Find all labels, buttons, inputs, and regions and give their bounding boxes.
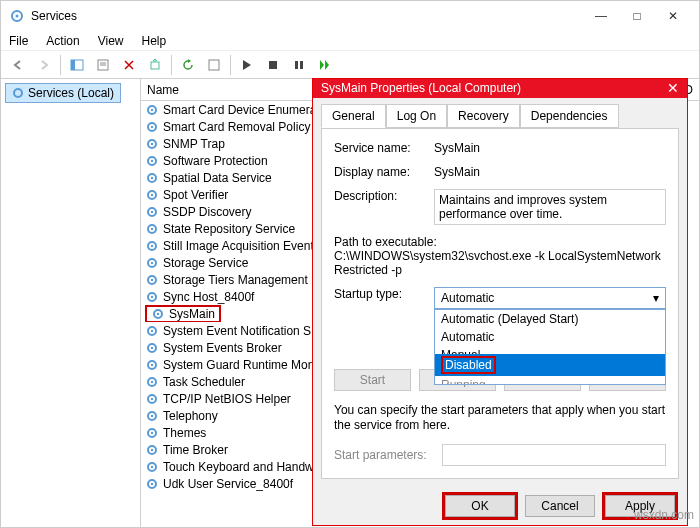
properties-dialog: SysMain Properties (Local Computer) ✕ Ge… [312, 78, 688, 526]
ok-button[interactable]: OK [445, 495, 515, 517]
tree-node-label: Services (Local) [28, 86, 114, 100]
list-item-label: Themes [163, 426, 206, 440]
tree-node-services-local[interactable]: Services (Local) [5, 83, 121, 103]
titlebar[interactable]: Services — □ ✕ [1, 1, 699, 31]
list-item-label: Software Protection [163, 154, 268, 168]
service-stop-button[interactable] [261, 54, 285, 76]
option-auto-delayed[interactable]: Automatic (Delayed Start) [435, 310, 665, 328]
list-item-label: System Event Notification S... [163, 324, 321, 338]
toolbar-properties-button[interactable] [91, 54, 115, 76]
list-item-label: State Repository Service [163, 222, 295, 236]
service-pause-button[interactable] [287, 54, 311, 76]
gear-icon [145, 358, 159, 372]
svg-point-32 [151, 261, 153, 263]
column-name[interactable]: Name [147, 83, 179, 97]
svg-point-18 [151, 142, 153, 144]
svg-rect-9 [269, 61, 277, 69]
svg-point-44 [151, 363, 153, 365]
svg-point-42 [151, 346, 153, 348]
svg-point-48 [151, 397, 153, 399]
minimize-button[interactable]: — [583, 3, 619, 29]
option-disabled[interactable]: Disabled [435, 354, 665, 376]
note-text: You can specify the start parameters tha… [334, 403, 666, 434]
nav-back-button[interactable] [6, 54, 30, 76]
svg-point-34 [151, 278, 153, 280]
list-item-label: Udk User Service_8400f [163, 477, 293, 491]
gear-icon [145, 205, 159, 219]
gear-icon [145, 273, 159, 287]
gear-icon [145, 477, 159, 491]
gear-icon [145, 103, 159, 117]
svg-point-26 [151, 210, 153, 212]
toolbar-view-button[interactable] [65, 54, 89, 76]
list-item-label: SNMP Trap [163, 137, 225, 151]
close-icon[interactable]: ✕ [667, 80, 679, 96]
tree-pane[interactable]: Services (Local) [1, 79, 141, 527]
service-start-button[interactable] [235, 54, 259, 76]
menu-help[interactable]: Help [140, 32, 169, 50]
menu-action[interactable]: Action [44, 32, 81, 50]
dialog-titlebar[interactable]: SysMain Properties (Local Computer) ✕ [313, 79, 687, 98]
label-service-name: Service name: [334, 141, 434, 155]
gear-icon [145, 222, 159, 236]
value-path: C:\WINDOWS\system32\svchost.exe -k Local… [334, 249, 666, 277]
gear-icon [145, 375, 159, 389]
svg-point-36 [151, 295, 153, 297]
list-item-label: Smart Card Removal Policy [163, 120, 310, 134]
svg-point-54 [151, 448, 153, 450]
svg-point-52 [151, 431, 153, 433]
service-restart-button[interactable] [313, 54, 337, 76]
toolbar [1, 51, 699, 79]
gear-icon [145, 188, 159, 202]
gear-icon [145, 324, 159, 338]
toolbar-list-button[interactable] [202, 54, 226, 76]
list-item-label: Storage Tiers Management [163, 273, 308, 287]
gear-icon [145, 290, 159, 304]
svg-rect-11 [300, 61, 303, 69]
gear-icon [145, 341, 159, 355]
gear-icon [145, 171, 159, 185]
option-running-cut[interactable]: Running [435, 376, 665, 384]
svg-point-16 [151, 125, 153, 127]
list-item-label: Telephony [163, 409, 218, 423]
services-icon [9, 8, 25, 24]
maximize-button[interactable]: □ [619, 3, 655, 29]
gear-icon [145, 120, 159, 134]
menubar[interactable]: File Action View Help [1, 31, 699, 51]
toolbar-delete-button[interactable] [117, 54, 141, 76]
nav-forward-button[interactable] [32, 54, 56, 76]
svg-rect-7 [151, 62, 159, 69]
svg-point-46 [151, 380, 153, 382]
list-item-label: Spatial Data Service [163, 171, 272, 185]
toolbar-export-button[interactable] [143, 54, 167, 76]
watermark: wsxdn.com [634, 508, 694, 522]
tab-logon[interactable]: Log On [386, 104, 447, 128]
svg-point-40 [151, 329, 153, 331]
svg-point-14 [151, 108, 153, 110]
tab-recovery[interactable]: Recovery [447, 104, 520, 128]
startup-options-list[interactable]: Automatic (Delayed Start) Automatic Manu… [434, 309, 666, 385]
svg-point-22 [151, 176, 153, 178]
list-item-label: Storage Service [163, 256, 248, 270]
label-path: Path to executable: [334, 235, 666, 249]
general-panel: Service name: SysMain Display name: SysM… [321, 128, 679, 479]
start-button[interactable]: Start [334, 369, 411, 391]
cancel-button[interactable]: Cancel [525, 495, 595, 517]
menu-view[interactable]: View [96, 32, 126, 50]
window-controls: — □ ✕ [583, 3, 691, 29]
list-item-label: Still Image Acquisition Events [163, 239, 320, 253]
option-manual[interactable]: Manual [435, 346, 665, 354]
startup-selected[interactable]: Automatic ▾ [434, 287, 666, 309]
value-service-name: SysMain [434, 141, 666, 155]
startup-type-combo[interactable]: Automatic ▾ Automatic (Delayed Start) Au… [434, 287, 666, 309]
gear-icon [145, 409, 159, 423]
menu-file[interactable]: File [7, 32, 30, 50]
close-window-button[interactable]: ✕ [655, 3, 691, 29]
list-item-label: Task Scheduler [163, 375, 245, 389]
tab-dependencies[interactable]: Dependencies [520, 104, 619, 128]
start-parameters-input[interactable] [442, 444, 666, 466]
svg-point-20 [151, 159, 153, 161]
tab-general[interactable]: General [321, 104, 386, 128]
toolbar-refresh-button[interactable] [176, 54, 200, 76]
option-automatic[interactable]: Automatic [435, 328, 665, 346]
